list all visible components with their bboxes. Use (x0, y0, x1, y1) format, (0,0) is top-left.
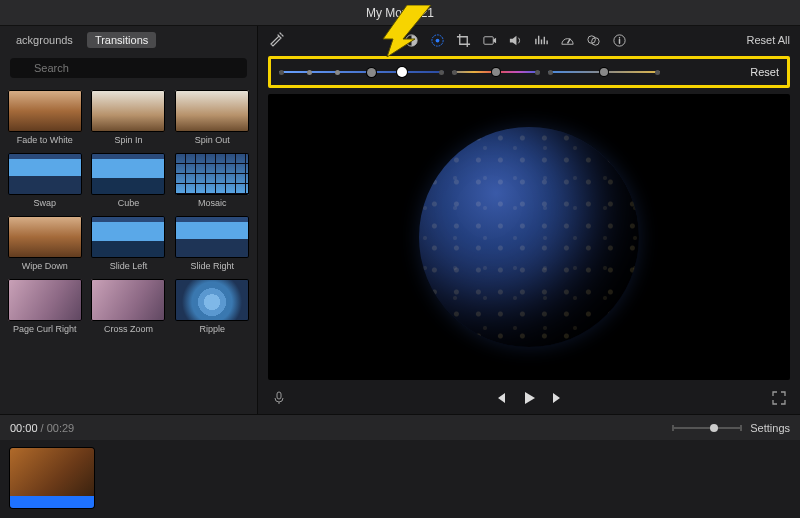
exposure-slider[interactable] (279, 65, 444, 79)
browser-tabs: ackgrounds Transitions (0, 26, 257, 54)
transition-label: Cube (118, 198, 140, 208)
timeline[interactable] (0, 440, 800, 518)
filters-icon[interactable] (585, 32, 601, 48)
playback-controls (258, 384, 800, 414)
transition-thumb (91, 153, 165, 195)
transition-label: Swap (34, 198, 57, 208)
clip-thumbnail (10, 448, 94, 496)
transition-label: Ripple (199, 324, 225, 334)
transition-label: Spin Out (195, 135, 230, 145)
transition-thumb (8, 216, 82, 258)
transition-label: Slide Right (190, 261, 234, 271)
svg-rect-4 (484, 36, 493, 44)
timecode: 00:00 / 00:29 (10, 422, 74, 434)
timeline-clip[interactable] (10, 448, 94, 508)
transition-thumb (8, 90, 82, 132)
tab-transitions[interactable]: Transitions (87, 32, 156, 48)
next-icon[interactable] (551, 391, 565, 408)
settings-button[interactable]: Settings (750, 422, 790, 434)
transition-item[interactable]: Mosaic (173, 153, 251, 208)
transition-thumb (8, 153, 82, 195)
transition-label: Fade to White (17, 135, 73, 145)
transition-item[interactable]: Cube (90, 153, 168, 208)
transition-thumb (91, 216, 165, 258)
transition-thumb (8, 279, 82, 321)
transition-item[interactable]: Page Curl Right (6, 279, 84, 334)
browser-panel: ackgrounds Transitions 🔍 Fade to WhiteSp… (0, 26, 258, 414)
speed-icon[interactable] (559, 32, 575, 48)
color-correction-icon[interactable] (429, 32, 445, 48)
transition-thumb (91, 90, 165, 132)
preview-content (419, 127, 639, 347)
transition-thumb (175, 153, 249, 195)
transition-thumb (175, 216, 249, 258)
transition-thumb (175, 279, 249, 321)
transition-item[interactable]: Spin In (90, 90, 168, 145)
volume-icon[interactable] (507, 32, 523, 48)
transitions-grid: Fade to WhiteSpin InSpin OutSwapCubeMosa… (0, 86, 257, 414)
reset-all-button[interactable]: Reset All (747, 34, 790, 46)
transition-item[interactable]: Swap (6, 153, 84, 208)
noise-reduction-icon[interactable] (533, 32, 549, 48)
crop-icon[interactable] (455, 32, 471, 48)
reset-button[interactable]: Reset (750, 66, 779, 78)
svg-point-3 (435, 38, 439, 42)
color-adjust-bar: Reset (268, 56, 790, 88)
timeline-toolbar: 00:00 / 00:29 Settings (0, 414, 800, 440)
transition-item[interactable]: Wipe Down (6, 216, 84, 271)
tab-backgrounds[interactable]: ackgrounds (8, 32, 81, 48)
transition-item[interactable]: Slide Right (173, 216, 251, 271)
preview-viewer[interactable] (268, 94, 790, 380)
transition-label: Page Curl Right (13, 324, 77, 334)
transition-label: Spin In (114, 135, 142, 145)
inspector-toolbar: Reset All (258, 26, 800, 54)
clip-audio-track (10, 496, 94, 508)
search-input[interactable] (10, 58, 247, 78)
transition-thumb (91, 279, 165, 321)
zoom-slider[interactable] (672, 427, 742, 429)
transition-item[interactable]: Ripple (173, 279, 251, 334)
info-icon[interactable] (611, 32, 627, 48)
magic-wand-icon[interactable] (268, 31, 284, 50)
play-icon[interactable] (521, 390, 537, 409)
transition-item[interactable]: Fade to White (6, 90, 84, 145)
transition-label: Cross Zoom (104, 324, 153, 334)
transition-label: Wipe Down (22, 261, 68, 271)
transition-item[interactable]: Cross Zoom (90, 279, 168, 334)
transition-thumb (175, 90, 249, 132)
temperature-slider[interactable] (548, 65, 660, 79)
prev-icon[interactable] (493, 391, 507, 408)
viewer-panel: Reset All (258, 26, 800, 414)
transition-label: Slide Left (110, 261, 148, 271)
transition-item[interactable]: Slide Left (90, 216, 168, 271)
saturation-slider[interactable] (452, 65, 540, 79)
fullscreen-icon[interactable] (772, 391, 786, 408)
svg-rect-8 (277, 392, 281, 399)
color-balance-icon[interactable] (403, 32, 419, 48)
mic-icon[interactable] (272, 391, 286, 408)
transition-label: Mosaic (198, 198, 227, 208)
stabilization-icon[interactable] (481, 32, 497, 48)
project-title: My Movie 21 (366, 6, 434, 20)
title-bar: My Movie 21 (0, 0, 800, 26)
transition-item[interactable]: Spin Out (173, 90, 251, 145)
